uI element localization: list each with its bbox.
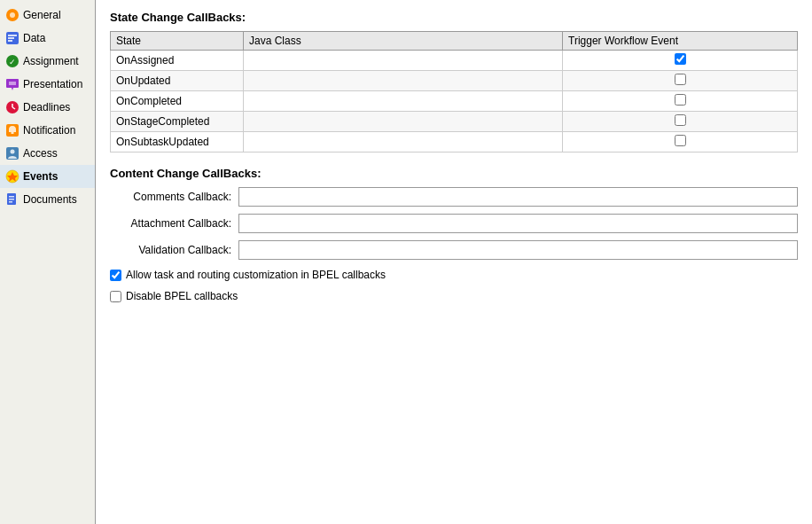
state-cell: OnUpdated bbox=[111, 71, 244, 91]
java-class-cell bbox=[244, 112, 563, 132]
sidebar-item-label-data: Data bbox=[23, 32, 45, 44]
events-icon bbox=[5, 169, 20, 184]
disable-bpel-checkbox[interactable] bbox=[110, 291, 121, 302]
sidebar-item-label-documents: Documents bbox=[23, 193, 77, 206]
deadlines-icon bbox=[5, 100, 20, 114]
trigger-cell bbox=[563, 132, 798, 153]
trigger-cell bbox=[563, 51, 798, 71]
svg-point-17 bbox=[11, 150, 15, 154]
attachment-input[interactable] bbox=[238, 214, 798, 233]
java-class-cell bbox=[244, 71, 563, 91]
svg-point-1 bbox=[10, 12, 15, 18]
sidebar-item-data[interactable]: Data bbox=[0, 27, 95, 50]
table-row: OnAssigned bbox=[111, 51, 798, 71]
svg-marker-9 bbox=[12, 88, 13, 90]
notification-icon bbox=[5, 123, 20, 137]
svg-text:✓: ✓ bbox=[9, 58, 16, 66]
trigger-checkbox-1[interactable] bbox=[675, 74, 686, 85]
presentation-icon bbox=[5, 77, 20, 91]
attachment-label: Attachment Callback: bbox=[110, 217, 238, 230]
svg-rect-4 bbox=[8, 37, 14, 39]
allow-bpel-checkbox[interactable] bbox=[110, 270, 121, 281]
sidebar-item-label-general: General bbox=[23, 9, 61, 21]
sidebar-item-events[interactable]: Events bbox=[0, 165, 95, 188]
assignment-icon: ✓ bbox=[5, 54, 20, 68]
sidebar-item-presentation[interactable]: Presentation bbox=[0, 73, 95, 96]
sidebar-item-documents[interactable]: Documents bbox=[0, 188, 95, 211]
table-row: OnStageCompleted bbox=[111, 112, 798, 132]
sidebar-item-label-assignment: Assignment bbox=[23, 55, 79, 67]
trigger-checkbox-4[interactable] bbox=[675, 135, 686, 146]
java-class-cell bbox=[244, 91, 563, 112]
general-icon bbox=[5, 8, 20, 22]
documents-icon bbox=[5, 192, 20, 207]
table-row: OnCompleted bbox=[111, 91, 798, 112]
svg-rect-5 bbox=[8, 40, 12, 42]
sidebar-item-deadlines[interactable]: Deadlines bbox=[0, 96, 95, 119]
main-content: State Change CallBacks: State Java Class… bbox=[96, 0, 812, 524]
access-icon bbox=[5, 146, 20, 160]
trigger-checkbox-0[interactable] bbox=[675, 53, 686, 65]
comments-input[interactable] bbox=[238, 187, 798, 207]
sidebar-item-label-events: Events bbox=[23, 170, 58, 183]
validation-input[interactable] bbox=[238, 240, 798, 260]
sidebar-item-access[interactable]: Access bbox=[0, 142, 95, 165]
state-change-title: State Change CallBacks: bbox=[110, 11, 798, 24]
sidebar-item-assignment[interactable]: ✓ Assignment bbox=[0, 50, 95, 73]
validation-row: Validation Callback: bbox=[110, 240, 798, 260]
table-row: OnSubtaskUpdated bbox=[111, 132, 798, 153]
sidebar: General Data ✓ Assignment bbox=[0, 0, 96, 524]
content-change-section: Content Change CallBacks: Comments Callb… bbox=[110, 167, 798, 302]
attachment-row: Attachment Callback: bbox=[110, 214, 798, 233]
sidebar-item-label-notification: Notification bbox=[23, 124, 75, 137]
svg-rect-23 bbox=[9, 201, 12, 203]
svg-rect-22 bbox=[9, 199, 14, 200]
col-header-trigger: Trigger Workflow Event bbox=[563, 32, 798, 51]
comments-row: Comments Callback: bbox=[110, 187, 798, 207]
trigger-cell bbox=[563, 71, 798, 91]
trigger-checkbox-3[interactable] bbox=[675, 114, 686, 126]
sidebar-item-notification[interactable]: Notification bbox=[0, 119, 95, 142]
content-change-title: Content Change CallBacks: bbox=[110, 167, 798, 180]
sidebar-item-label-deadlines: Deadlines bbox=[23, 101, 70, 113]
sidebar-item-general[interactable]: General bbox=[0, 4, 95, 27]
disable-bpel-label: Disable BPEL callbacks bbox=[126, 290, 238, 302]
validation-label: Validation Callback: bbox=[110, 244, 238, 256]
sidebar-item-label-access: Access bbox=[23, 147, 58, 160]
sidebar-item-label-presentation: Presentation bbox=[23, 78, 82, 90]
col-header-java: Java Class bbox=[244, 32, 563, 51]
svg-rect-10 bbox=[9, 82, 16, 85]
state-cell: OnAssigned bbox=[111, 51, 244, 71]
svg-rect-15 bbox=[12, 132, 14, 134]
state-cell: OnSubtaskUpdated bbox=[111, 132, 244, 153]
trigger-checkbox-2[interactable] bbox=[675, 94, 686, 106]
trigger-cell bbox=[563, 91, 798, 112]
java-class-cell bbox=[244, 51, 563, 71]
data-icon bbox=[5, 31, 20, 45]
state-change-table: State Java Class Trigger Workflow Event … bbox=[110, 31, 798, 153]
disable-bpel-row: Disable BPEL callbacks bbox=[110, 290, 798, 302]
trigger-cell bbox=[563, 112, 798, 132]
svg-rect-21 bbox=[9, 196, 14, 198]
table-row: OnUpdated bbox=[111, 71, 798, 91]
col-header-state: State bbox=[111, 32, 244, 51]
state-cell: OnStageCompleted bbox=[111, 112, 244, 132]
allow-bpel-row: Allow task and routing customization in … bbox=[110, 269, 798, 281]
comments-label: Comments Callback: bbox=[110, 191, 238, 203]
state-change-section: State Change CallBacks: State Java Class… bbox=[110, 11, 798, 153]
state-cell: OnCompleted bbox=[111, 91, 244, 112]
svg-rect-3 bbox=[8, 35, 17, 36]
java-class-cell bbox=[244, 132, 563, 153]
allow-bpel-label: Allow task and routing customization in … bbox=[126, 269, 386, 281]
